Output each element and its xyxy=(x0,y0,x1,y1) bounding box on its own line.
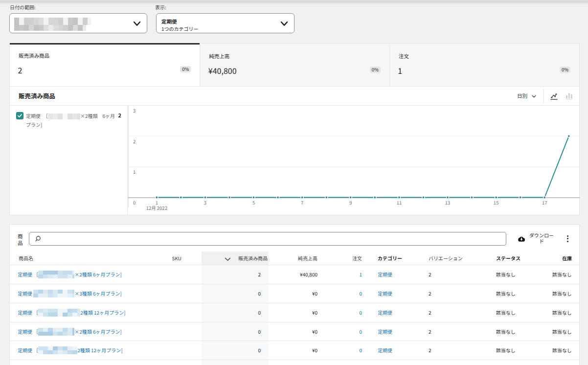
view-select-subvalue: 1つのカテゴリー xyxy=(161,25,199,32)
column-header-6[interactable]: カテゴリー xyxy=(378,251,402,265)
chevron-down-icon xyxy=(280,21,288,26)
category-link[interactable]: 定期便 xyxy=(378,309,392,316)
product-link[interactable]: 定期便 ［2種類 12ヶ月プラン] xyxy=(18,309,126,316)
redacted-text xyxy=(38,328,74,336)
svg-text:13: 13 xyxy=(445,199,451,206)
redacted-text xyxy=(33,290,74,297)
table-row: 定期便 ［×2種類 6ヶ月プラン]2¥40,8001定期便2該当なし該当なし xyxy=(10,265,579,284)
redacted-text xyxy=(48,114,80,119)
cell-status: 該当なし xyxy=(496,284,516,303)
view-select-value: 定期便 xyxy=(161,18,177,25)
column-header-1[interactable]: 商品名 xyxy=(19,251,33,265)
column-header-8[interactable]: ステータス xyxy=(496,251,520,265)
line-chart-icon[interactable] xyxy=(550,92,558,100)
chevron-down-icon xyxy=(133,21,141,26)
chart-header: 販売済み商品 日別 xyxy=(10,87,579,106)
redacted-text xyxy=(38,346,77,354)
category-link[interactable]: 定期便 xyxy=(378,346,392,354)
cell-status: 該当なし xyxy=(496,265,516,284)
cell-sold: 0 xyxy=(258,303,261,322)
svg-text:2: 2 xyxy=(133,138,136,145)
product-link[interactable]: 定期便 ［×2種類 6ヶ月プラン] xyxy=(18,328,122,335)
orders-link[interactable]: 1 xyxy=(359,271,362,278)
search-input[interactable] xyxy=(29,232,506,246)
chart-legend: 定期便 ［×2種類 6ヶ月プラン] 2 xyxy=(10,106,128,215)
metric-change-badge: 0% xyxy=(560,67,570,73)
product-link[interactable]: 定期便 ×3種類 6ヶ月プラン] xyxy=(18,290,122,297)
cell-net-sales: ¥0 xyxy=(312,303,317,322)
cell-category: 定期便 xyxy=(378,284,392,303)
svg-text:0: 0 xyxy=(133,199,136,206)
cell-inventory: 該当なし xyxy=(552,322,572,341)
table-row: 定期便 ［2種類 12ヶ月プラン]0¥00定期便2該当なし該当なし xyxy=(10,341,579,360)
cell-variations: 2 xyxy=(429,341,431,360)
cell-inventory: 該当なし xyxy=(552,341,572,360)
bar-chart-icon[interactable] xyxy=(565,92,572,100)
table-row: 定期便 ［×2種類 6ヶ月プラン]0¥00定期便2該当なし該当なし xyxy=(10,322,579,342)
cell-sold: 2 xyxy=(258,265,261,284)
cell-net-sales: ¥0 xyxy=(312,284,317,303)
kebab-menu-icon[interactable] xyxy=(564,234,571,243)
metric-tab-3[interactable]: 注文10% xyxy=(389,43,579,86)
metric-change-badge: 0% xyxy=(370,67,381,73)
granularity-select[interactable]: 日別 xyxy=(517,92,527,99)
cell-variations: 2 xyxy=(429,265,431,284)
metric-tab-1[interactable]: 販売済み商品20% xyxy=(10,43,200,86)
table-row: 定期便 ×3種類 6ヶ月プラン]0¥00定期便2該当なし該当なし xyxy=(10,284,579,303)
product-link[interactable]: 定期便 ［×2種類 6ヶ月プラン] xyxy=(18,271,122,278)
download-button[interactable]: ダウンロード xyxy=(517,232,565,245)
svg-text:3: 3 xyxy=(133,107,136,114)
category-link[interactable]: 定期便 xyxy=(378,290,392,297)
orders-link[interactable]: 0 xyxy=(359,290,362,297)
redacted-date-range-value xyxy=(14,18,91,31)
date-range-select[interactable] xyxy=(9,13,147,33)
product-link[interactable]: 定期便 ［2種類 12ヶ月プラン] xyxy=(18,346,123,354)
cell-orders: 0 xyxy=(359,322,362,341)
metric-label: 純売上高 xyxy=(209,52,229,60)
line-chart: 0123135791113151712月 2022 xyxy=(128,106,580,216)
svg-text:3: 3 xyxy=(204,199,206,206)
metric-tab-2[interactable]: 純売上高¥40,8000% xyxy=(200,43,389,86)
column-header-9[interactable]: 在庫 xyxy=(562,251,572,265)
checkbox-checked-icon[interactable] xyxy=(16,112,23,119)
cell-net-sales: ¥40,800 xyxy=(300,265,317,284)
chevron-down-icon xyxy=(532,95,536,98)
cell-variations: 2 xyxy=(429,322,431,341)
cell-orders: 0 xyxy=(359,341,362,360)
cell-orders: 1 xyxy=(359,265,362,284)
table-header-row: 商品名SKU販売済み商品純売上高注文カテゴリーバリエーションステータス在庫 xyxy=(10,251,579,265)
divider xyxy=(543,89,544,103)
sort-descending-icon[interactable] xyxy=(225,257,231,261)
table-row: 定期便 ［2種類 12ヶ月プラン]0¥00定期便2該当なし該当なし xyxy=(10,303,579,322)
cell-variations: 2 xyxy=(429,303,431,322)
metric-label: 販売済み商品 xyxy=(19,52,49,59)
svg-text:12月 2022: 12月 2022 xyxy=(146,205,167,211)
svg-text:17: 17 xyxy=(542,199,547,206)
column-header-4[interactable]: 純売上高 xyxy=(298,251,317,265)
metric-label: 注文 xyxy=(399,52,409,60)
svg-text:11: 11 xyxy=(397,199,402,206)
table-row xyxy=(10,360,579,365)
cell-sold: 0 xyxy=(258,322,261,341)
svg-text:7: 7 xyxy=(301,199,303,206)
column-header-7[interactable]: バリエーション xyxy=(429,251,463,265)
svg-text:1: 1 xyxy=(133,168,136,175)
orders-link[interactable]: 0 xyxy=(359,346,362,354)
column-header-2[interactable]: SKU xyxy=(172,251,181,265)
cell-net-sales: ¥0 xyxy=(312,322,317,341)
metric-value: 2 xyxy=(18,66,23,74)
svg-text:15: 15 xyxy=(494,199,499,206)
view-select[interactable]: 定期便 1つのカテゴリー xyxy=(156,13,294,33)
column-header-3[interactable]: 販売済み商品 xyxy=(238,251,268,265)
products-table-panel: 商品 ダウンロード 商品名SKU販売済み商品純売上高注文カテゴリーバリエーション… xyxy=(9,224,580,365)
cell-status: 該当なし xyxy=(496,303,516,322)
cell-category: 定期便 xyxy=(378,265,392,284)
category-link[interactable]: 定期便 xyxy=(378,271,392,278)
svg-text:9: 9 xyxy=(349,199,352,206)
metric-tabs: 販売済み商品20%純売上高¥40,8000%注文10% xyxy=(10,43,579,87)
orders-link[interactable]: 0 xyxy=(359,328,362,335)
category-link[interactable]: 定期便 xyxy=(378,328,392,335)
column-header-5[interactable]: 注文 xyxy=(352,251,362,265)
cell-inventory: 該当なし xyxy=(552,303,572,322)
orders-link[interactable]: 0 xyxy=(359,309,362,316)
